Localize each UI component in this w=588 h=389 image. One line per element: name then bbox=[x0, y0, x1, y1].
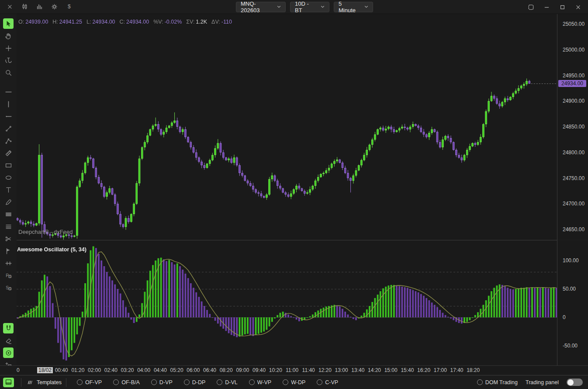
time-tick: 00:40 bbox=[55, 367, 68, 373]
ohlc-item: L:24934.00 bbox=[86, 19, 115, 25]
price-chart-canvas[interactable] bbox=[17, 14, 557, 240]
window-controls bbox=[524, 0, 585, 14]
close-panel-icon[interactable] bbox=[5, 2, 14, 11]
template-radio-d-dp[interactable]: D-DP bbox=[184, 379, 206, 386]
price-axis[interactable]: 25050.0025000.0024950.0024900.0024850.00… bbox=[557, 14, 588, 240]
trading-panel-toggle[interactable] bbox=[567, 379, 583, 386]
time-tick: 02:40 bbox=[104, 367, 118, 373]
dollar-icon[interactable]: $ bbox=[65, 2, 74, 11]
range-dropdown[interactable]: 10D - BT bbox=[290, 2, 329, 12]
radio-circle[interactable] bbox=[113, 379, 119, 385]
template-radio-w-dp[interactable]: W-DP bbox=[283, 379, 305, 386]
template-radio-of-vp[interactable]: OF-VP bbox=[77, 379, 102, 386]
radio-label: OF-B/A bbox=[121, 379, 140, 386]
maximize-button[interactable] bbox=[556, 1, 569, 13]
svg-text:$: $ bbox=[68, 3, 71, 10]
template-radio-c-vp[interactable]: C-VP bbox=[317, 379, 338, 386]
vertical-line-tool-button[interactable] bbox=[0, 98, 17, 110]
stop-label-tool-button[interactable]: S$ bbox=[0, 281, 17, 294]
time-tick: 11:40 bbox=[302, 367, 315, 373]
dropdown-value: MNQ-202603 bbox=[241, 0, 273, 14]
frame-opacity-icon[interactable] bbox=[524, 1, 537, 13]
radio-circle[interactable] bbox=[217, 379, 222, 385]
oscillator-tick: 0 bbox=[563, 314, 566, 320]
time-tick: 09:40 bbox=[252, 367, 266, 373]
radio-circle[interactable] bbox=[77, 379, 83, 385]
thin-lines-tool-icon bbox=[3, 221, 14, 232]
magnet-tool-button[interactable] bbox=[0, 322, 17, 334]
pencil-tool-button[interactable] bbox=[0, 196, 17, 208]
zoom-tool-button[interactable] bbox=[0, 66, 17, 79]
time-tick: 2:50 bbox=[17, 367, 20, 373]
time-tick: 16:20 bbox=[417, 367, 430, 373]
timeframe-dropdown[interactable]: 5 Minute bbox=[334, 2, 373, 12]
price-tick: 25050.00 bbox=[563, 21, 585, 27]
position-tool-button[interactable] bbox=[0, 257, 17, 269]
close-button[interactable] bbox=[571, 1, 585, 13]
template-radio-d-vp[interactable]: D-VP bbox=[151, 379, 173, 386]
price-label-tool-icon: P$ bbox=[3, 270, 14, 281]
horizontal-ray-tool-button[interactable] bbox=[0, 110, 17, 122]
dom-trading-radio[interactable]: DOM Trading bbox=[477, 379, 518, 386]
ellipse-tool-button[interactable] bbox=[0, 171, 17, 184]
price-label-tool-button[interactable]: P$ bbox=[0, 269, 17, 281]
template-radio-group: OF-VPOF-B/AD-VPD-DPD-VLW-VPW-DPC-VP bbox=[77, 379, 338, 386]
pennant-tool-button[interactable] bbox=[0, 245, 17, 257]
cut-tool-button[interactable] bbox=[0, 233, 17, 245]
rectangle-tool-button[interactable] bbox=[0, 159, 17, 171]
settings-gear-icon[interactable] bbox=[50, 2, 59, 11]
multi-line-tool-button[interactable] bbox=[0, 135, 17, 147]
text-tool-button[interactable] bbox=[0, 184, 17, 196]
time-tick: 05:20 bbox=[170, 367, 183, 373]
radio-label: W-DP bbox=[291, 379, 305, 386]
ohlc-label: L: bbox=[86, 19, 91, 25]
time-axis[interactable]: 2:5018/0200:4001:2002:0002:4003:2004:000… bbox=[17, 365, 588, 375]
radio-circle[interactable] bbox=[151, 379, 157, 385]
ohlc-item: H:24941.25 bbox=[52, 19, 82, 25]
template-radio-of-b-a[interactable]: OF-B/A bbox=[113, 379, 140, 386]
radio-label: D-VP bbox=[159, 379, 173, 386]
horizontal-line-tool-icon bbox=[3, 87, 14, 97]
radio-circle[interactable] bbox=[317, 379, 322, 385]
template-radio-w-vp[interactable]: W-VP bbox=[249, 379, 271, 386]
time-tick: 02:00 bbox=[88, 367, 101, 373]
time-tick: 09:00 bbox=[236, 367, 249, 373]
bar-chart-icon[interactable] bbox=[35, 2, 44, 11]
titlebar: $ MNQ-20260310D - BT5 Minute bbox=[0, 0, 588, 14]
time-tick: 13:00 bbox=[335, 367, 348, 373]
horizontal-line-tool-button[interactable] bbox=[0, 86, 17, 98]
ruler-tool-button[interactable] bbox=[0, 147, 17, 159]
thin-lines-tool-button[interactable] bbox=[0, 220, 17, 233]
titlebar-left-icons: $ bbox=[0, 2, 74, 11]
hand-pan-tool-icon bbox=[3, 31, 14, 41]
radio-label: D-DP bbox=[192, 379, 206, 386]
eraser-tool-button[interactable] bbox=[0, 334, 17, 347]
radio-circle[interactable] bbox=[283, 379, 288, 385]
minimize-button[interactable] bbox=[540, 1, 553, 13]
price-tick: 24800.00 bbox=[563, 149, 585, 156]
awesome-oscillator-canvas[interactable] bbox=[17, 240, 557, 365]
radio-circle[interactable] bbox=[477, 379, 483, 385]
templates-button[interactable]: Templates bbox=[26, 379, 62, 386]
show-objects-eye-icon bbox=[3, 347, 14, 358]
symbol-dropdown[interactable]: MNQ-202603 bbox=[236, 2, 286, 12]
dom-monitor-icon[interactable] bbox=[3, 378, 14, 387]
anchor-tool-icon bbox=[3, 55, 14, 66]
pane-divider[interactable] bbox=[17, 240, 557, 240]
radio-circle[interactable] bbox=[184, 379, 190, 385]
pointer-tool-button[interactable] bbox=[0, 17, 17, 30]
price-tick: 24950.00 bbox=[563, 73, 585, 79]
candlestick-chart-icon[interactable] bbox=[20, 2, 29, 11]
anchor-tool-button[interactable] bbox=[0, 54, 17, 66]
dom-trading-label: DOM Trading bbox=[485, 379, 518, 386]
crosshair-tool-button[interactable] bbox=[0, 42, 17, 54]
show-objects-eye-button[interactable] bbox=[0, 347, 17, 359]
oscillator-axis[interactable]: 100.0050.000-50.00 bbox=[557, 240, 588, 365]
ohlc-value: -110 bbox=[221, 19, 232, 25]
time-tick: 12:20 bbox=[318, 367, 332, 373]
hand-pan-tool-button[interactable] bbox=[0, 30, 17, 42]
radio-circle[interactable] bbox=[249, 379, 255, 385]
trend-line-tool-button[interactable] bbox=[0, 122, 17, 135]
thick-lines-tool-button[interactable] bbox=[0, 208, 17, 220]
template-radio-d-vl[interactable]: D-VL bbox=[217, 379, 237, 386]
